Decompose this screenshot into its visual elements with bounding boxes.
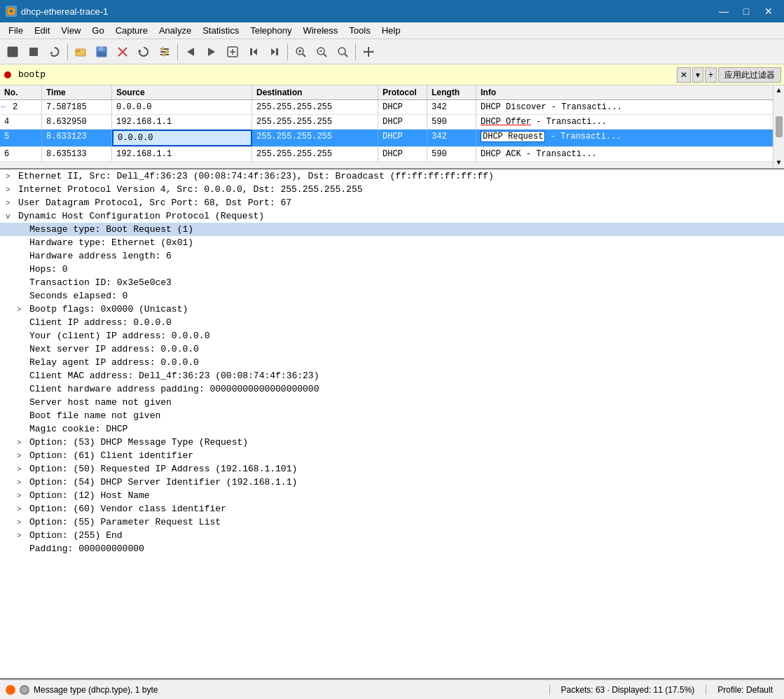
hops-text: Hops: 0 xyxy=(29,264,68,275)
dhcp-toggle: v xyxy=(6,212,14,221)
maximize-button[interactable]: □ xyxy=(736,4,756,18)
detail-hw-type[interactable]: Hardware type: Ethernet (0x01) xyxy=(0,236,784,249)
detail-udp[interactable]: > User Datagram Protocol, Src Port: 68, … xyxy=(0,196,784,209)
detail-client-mac[interactable]: Client MAC address: Dell_4f:36:23 (00:08… xyxy=(0,369,784,382)
detail-client-ip[interactable]: Client IP address: 0.0.0.0 xyxy=(0,316,784,329)
detail-hw-padding[interactable]: Client hardware address padding: 0000000… xyxy=(0,382,784,396)
detail-message-type[interactable]: Message type: Boot Request (1) xyxy=(0,223,784,236)
close-button[interactable]: ✕ xyxy=(759,4,778,18)
detail-relay-agent[interactable]: Relay agent IP address: 0.0.0.0 xyxy=(0,356,784,369)
packet-row[interactable]: ← 2 7.587185 0.0.0.0 255.255.255.255 DHC… xyxy=(0,100,784,115)
close-file-button[interactable] xyxy=(113,42,132,62)
detail-option-61[interactable]: > Option: (61) Client identifier xyxy=(0,449,784,462)
menu-bar: File Edit View Go Capture Analyze Statis… xyxy=(0,22,784,39)
restart-capture-button[interactable] xyxy=(45,42,64,62)
save-file-button[interactable] xyxy=(92,42,111,62)
packet-proto: DHCP xyxy=(378,115,427,129)
filter-apply-button[interactable]: 应用此过滤器 xyxy=(718,67,781,83)
hw-padding-text: Client hardware address padding: 0000000… xyxy=(29,384,319,394)
status-message: Message type (dhcp.type), 1 byte xyxy=(34,685,158,695)
detail-server-host[interactable]: Server host name not given xyxy=(0,396,784,409)
detail-hw-addr-len[interactable]: Hardware address length: 6 xyxy=(0,249,784,263)
packet-row[interactable]: 5 8.633123 0.0.0.0 255.255.255.255 DHCP … xyxy=(0,130,784,147)
detail-boot-file[interactable]: Boot file name not given xyxy=(0,409,784,422)
go-last-button[interactable] xyxy=(265,42,284,62)
menu-file[interactable]: File xyxy=(3,24,29,37)
go-first-button[interactable] xyxy=(244,42,263,62)
toolbar-sep-1 xyxy=(67,43,68,60)
detail-ip[interactable]: > Internet Protocol Version 4, Src: 0.0.… xyxy=(0,183,784,196)
svg-point-35 xyxy=(338,48,345,55)
col-header-length: Length xyxy=(427,85,476,99)
option-61-toggle: > xyxy=(17,452,25,460)
detail-dhcp[interactable]: v Dynamic Host Configuration Protocol (R… xyxy=(0,209,784,223)
packet-time: 7.587185 xyxy=(42,100,112,114)
forward-button[interactable] xyxy=(202,42,221,62)
menu-telephony[interactable]: Telephony xyxy=(245,24,297,37)
detail-ethernet[interactable]: > Ethernet II, Src: Dell_4f:36:23 (00:08… xyxy=(0,169,784,183)
menu-statistics[interactable]: Statistics xyxy=(197,24,245,37)
detail-seconds[interactable]: Seconds elapsed: 0 xyxy=(0,289,784,303)
open-file-button[interactable] xyxy=(71,42,90,62)
option-53-text: Option: (53) DHCP Message Type (Request) xyxy=(29,437,248,448)
detail-transaction-id[interactable]: Transaction ID: 0x3e5e0ce3 xyxy=(0,276,784,289)
svg-marker-12 xyxy=(138,49,142,52)
zoom-in-button[interactable] xyxy=(291,42,310,62)
option-255-toggle: > xyxy=(17,532,25,540)
option-54-text: Option: (54) DHCP Server Identifier (192… xyxy=(29,477,297,487)
menu-tools[interactable]: Tools xyxy=(343,24,376,37)
packet-len: 590 xyxy=(427,147,476,161)
back-button[interactable] xyxy=(181,42,200,62)
menu-go[interactable]: Go xyxy=(86,24,109,37)
menu-edit[interactable]: Edit xyxy=(29,24,55,37)
zoom-out-button[interactable] xyxy=(312,42,331,62)
filter-clear-button[interactable]: ✕ xyxy=(677,67,691,83)
detail-option-53[interactable]: > Option: (53) DHCP Message Type (Reques… xyxy=(0,436,784,449)
svg-marker-40 xyxy=(371,50,373,53)
start-capture-button[interactable] xyxy=(3,42,22,62)
packet-row[interactable]: 6 8.635133 192.168.1.1 255.255.255.255 D… xyxy=(0,147,784,162)
goto-button[interactable] xyxy=(223,42,242,62)
detail-padding[interactable]: Padding: 000000000000 xyxy=(0,542,784,555)
filter-plus-button[interactable]: + xyxy=(705,67,717,83)
detail-option-54[interactable]: > Option: (54) DHCP Server Identifier (1… xyxy=(0,476,784,489)
menu-help[interactable]: Help xyxy=(376,24,406,37)
menu-capture[interactable]: Capture xyxy=(110,24,153,37)
title-bar-left: dhcp-ethereal-trace-1 xyxy=(6,6,108,17)
col-header-protocol: Protocol xyxy=(378,85,427,99)
toolbar xyxy=(0,39,784,64)
packet-time: 8.635133 xyxy=(42,147,112,161)
detail-option-55[interactable]: > Option: (55) Parameter Request List xyxy=(0,515,784,529)
menu-wireless[interactable]: Wireless xyxy=(297,24,343,37)
menu-view[interactable]: View xyxy=(55,24,86,37)
detail-option-60[interactable]: > Option: (60) Vendor class identifier xyxy=(0,502,784,515)
client-ip-text: Client IP address: 0.0.0.0 xyxy=(29,317,172,328)
detail-magic-cookie[interactable]: Magic cookie: DHCP xyxy=(0,422,784,436)
filter-input[interactable] xyxy=(15,68,677,81)
filter-dropdown-button[interactable]: ▾ xyxy=(692,67,703,83)
reload-button[interactable] xyxy=(134,42,153,62)
detail-bootp-flags[interactable]: > Bootp flags: 0x0000 (Unicast) xyxy=(0,303,784,316)
minimize-button[interactable]: — xyxy=(714,4,734,18)
detail-next-server[interactable]: Next server IP address: 0.0.0.0 xyxy=(0,342,784,356)
detail-option-255[interactable]: > Option: (255) End xyxy=(0,529,784,542)
packet-list-scrollbar[interactable]: ▲ ▼ xyxy=(773,85,784,168)
detail-option-12[interactable]: > Option: (12) Host Name xyxy=(0,489,784,502)
packet-info: DHCP ACK - Transacti... xyxy=(476,147,784,161)
options-button[interactable] xyxy=(155,42,174,62)
zoom-normal-button[interactable] xyxy=(333,42,352,62)
menu-analyze[interactable]: Analyze xyxy=(153,24,197,37)
col-header-time: Time xyxy=(42,85,112,99)
option-255-text: Option: (255) End xyxy=(29,530,123,541)
detail-option-50[interactable]: > Option: (50) Requested IP Address (192… xyxy=(0,462,784,476)
resize-columns-button[interactable] xyxy=(359,42,378,62)
svg-line-36 xyxy=(345,54,348,57)
stop-capture-button[interactable] xyxy=(24,42,43,62)
svg-rect-3 xyxy=(29,48,38,56)
detail-pane[interactable]: > Ethernet II, Src: Dell_4f:36:23 (00:08… xyxy=(0,169,784,679)
message-type-text: Message type: Boot Request (1) xyxy=(29,224,193,235)
detail-hops[interactable]: Hops: 0 xyxy=(0,263,784,276)
detail-your-ip[interactable]: Your (client) IP address: 0.0.0.0 xyxy=(0,329,784,342)
packet-row[interactable]: 4 8.632950 192.168.1.1 255.255.255.255 D… xyxy=(0,115,784,130)
col-header-destination: Destination xyxy=(252,85,378,99)
